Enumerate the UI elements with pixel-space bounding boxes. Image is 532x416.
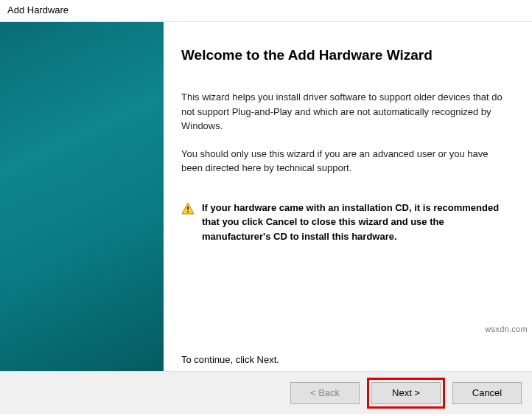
next-button[interactable]: Next > bbox=[371, 382, 441, 404]
wizard-side-graphic bbox=[0, 22, 164, 371]
window-title: Add Hardware bbox=[7, 4, 69, 15]
wizard-advanced-paragraph: You should only use this wizard if you a… bbox=[181, 147, 511, 176]
wizard-footer: < Back Next > Cancel bbox=[0, 371, 532, 414]
wizard-heading: Welcome to the Add Hardware Wizard bbox=[181, 47, 511, 63]
svg-rect-1 bbox=[187, 206, 189, 209]
cancel-button[interactable]: Cancel bbox=[452, 382, 522, 404]
watermark: wsxdn.com bbox=[485, 325, 528, 333]
wizard-body: Welcome to the Add Hardware Wizard This … bbox=[0, 22, 532, 371]
titlebar: Add Hardware bbox=[0, 0, 532, 22]
warning-icon bbox=[181, 201, 202, 244]
warning-text: If your hardware came with an installati… bbox=[202, 201, 507, 244]
warning-block: If your hardware came with an installati… bbox=[181, 201, 511, 244]
continue-hint: To continue, click Next. bbox=[181, 354, 279, 365]
svg-rect-2 bbox=[187, 211, 189, 212]
back-button[interactable]: < Back bbox=[290, 382, 360, 404]
next-button-highlight: Next > bbox=[367, 378, 445, 409]
wizard-intro-paragraph: This wizard helps you install driver sof… bbox=[181, 90, 511, 134]
wizard-content: Welcome to the Add Hardware Wizard This … bbox=[164, 22, 532, 371]
